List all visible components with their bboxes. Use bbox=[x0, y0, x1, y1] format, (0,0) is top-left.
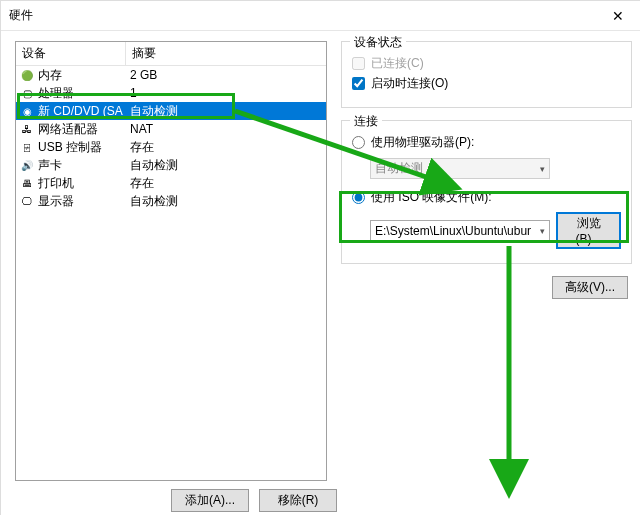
close-icon: ✕ bbox=[612, 8, 624, 24]
header-summary: 摘要 bbox=[126, 42, 326, 65]
device-name: 新 CD/DVD (SA bbox=[38, 103, 123, 120]
connected-label: 已连接(C) bbox=[371, 55, 424, 72]
disc-icon: ◉ bbox=[20, 104, 34, 118]
header-device: 设备 bbox=[16, 42, 126, 65]
remove-button[interactable]: 移除(R) bbox=[259, 489, 337, 512]
footer-buttons: 添加(A)... 移除(R) bbox=[171, 489, 337, 512]
physical-drive-value: 自动检测 bbox=[375, 160, 423, 177]
list-item[interactable]: 🖧网络适配器NAT bbox=[16, 120, 326, 138]
device-summary: 1 bbox=[126, 86, 326, 100]
device-name: 打印机 bbox=[38, 175, 74, 192]
chevron-down-icon: ▾ bbox=[540, 164, 545, 174]
list-item[interactable]: 🖶打印机存在 bbox=[16, 174, 326, 192]
list-item[interactable]: ▢处理器1 bbox=[16, 84, 326, 102]
iso-path-value: E:\System\Linux\Ubuntu\ubun bbox=[375, 224, 531, 238]
display-icon: 🖵 bbox=[20, 194, 34, 208]
connected-checkbox-row: 已连接(C) bbox=[352, 55, 621, 72]
list-item[interactable]: 🔊声卡自动检测 bbox=[16, 156, 326, 174]
list-item[interactable]: ◉新 CD/DVD (SA自动检测 bbox=[16, 102, 326, 120]
browse-button[interactable]: 浏览(B)... bbox=[556, 212, 621, 249]
physical-drive-select: 自动检测 ▾ bbox=[370, 158, 550, 179]
device-summary: 存在 bbox=[126, 175, 326, 192]
memory-icon: 🟢 bbox=[20, 68, 34, 82]
connect-at-power-row[interactable]: 启动时连接(O) bbox=[352, 75, 621, 92]
physical-drive-select-wrap: 自动检测 ▾ bbox=[370, 158, 550, 179]
sound-icon: 🔊 bbox=[20, 158, 34, 172]
connected-checkbox bbox=[352, 57, 365, 70]
nic-icon: 🖧 bbox=[20, 122, 34, 136]
connection-group: 连接 使用物理驱动器(P): 自动检测 ▾ 使用 ISO 映像文件(M): E:… bbox=[341, 120, 632, 264]
device-name: 处理器 bbox=[38, 85, 74, 102]
cpu-icon: ▢ bbox=[20, 86, 34, 100]
device-listbox[interactable]: 设备 摘要 🟢内存2 GB▢处理器1◉新 CD/DVD (SA自动检测🖧网络适配… bbox=[15, 41, 327, 481]
connect-at-power-label: 启动时连接(O) bbox=[371, 75, 448, 92]
use-physical-radio[interactable] bbox=[352, 136, 365, 149]
device-name: USB 控制器 bbox=[38, 139, 102, 156]
close-button[interactable]: ✕ bbox=[595, 1, 640, 31]
device-name: 网络适配器 bbox=[38, 121, 98, 138]
content-area: 设备 摘要 🟢内存2 GB▢处理器1◉新 CD/DVD (SA自动检测🖧网络适配… bbox=[1, 31, 640, 491]
connection-legend: 连接 bbox=[350, 113, 382, 130]
use-physical-label: 使用物理驱动器(P): bbox=[371, 134, 474, 151]
use-physical-radio-row[interactable]: 使用物理驱动器(P): bbox=[352, 134, 621, 151]
printer-icon: 🖶 bbox=[20, 176, 34, 190]
list-item[interactable]: 🟢内存2 GB bbox=[16, 66, 326, 84]
window-title: 硬件 bbox=[9, 7, 33, 24]
add-button[interactable]: 添加(A)... bbox=[171, 489, 249, 512]
device-name: 声卡 bbox=[38, 157, 62, 174]
device-summary: 存在 bbox=[126, 139, 326, 156]
connect-at-power-checkbox[interactable] bbox=[352, 77, 365, 90]
left-panel: 设备 摘要 🟢内存2 GB▢处理器1◉新 CD/DVD (SA自动检测🖧网络适配… bbox=[15, 41, 327, 481]
device-summary: 2 GB bbox=[126, 68, 326, 82]
chevron-down-icon: ▾ bbox=[540, 226, 545, 236]
list-header: 设备 摘要 bbox=[16, 42, 326, 66]
use-iso-radio[interactable] bbox=[352, 191, 365, 204]
device-name: 内存 bbox=[38, 67, 62, 84]
device-summary: 自动检测 bbox=[126, 157, 326, 174]
device-status-group: 设备状态 已连接(C) 启动时连接(O) bbox=[341, 41, 632, 108]
device-summary: NAT bbox=[126, 122, 326, 136]
use-iso-radio-row[interactable]: 使用 ISO 映像文件(M): bbox=[352, 189, 621, 206]
list-item[interactable]: ⍯USB 控制器存在 bbox=[16, 138, 326, 156]
iso-path-combo[interactable]: E:\System\Linux\Ubuntu\ubun ▾ bbox=[370, 220, 550, 241]
device-status-legend: 设备状态 bbox=[350, 34, 406, 51]
usb-icon: ⍯ bbox=[20, 140, 34, 154]
title-bar: 硬件 ✕ bbox=[1, 1, 640, 31]
advanced-button[interactable]: 高级(V)... bbox=[552, 276, 628, 299]
use-iso-label: 使用 ISO 映像文件(M): bbox=[371, 189, 492, 206]
list-item[interactable]: 🖵显示器自动检测 bbox=[16, 192, 326, 210]
device-name: 显示器 bbox=[38, 193, 74, 210]
right-panel: 设备状态 已连接(C) 启动时连接(O) 连接 使用物理驱动器(P): 自动检测… bbox=[327, 41, 632, 481]
device-summary: 自动检测 bbox=[126, 103, 326, 120]
device-summary: 自动检测 bbox=[126, 193, 326, 210]
